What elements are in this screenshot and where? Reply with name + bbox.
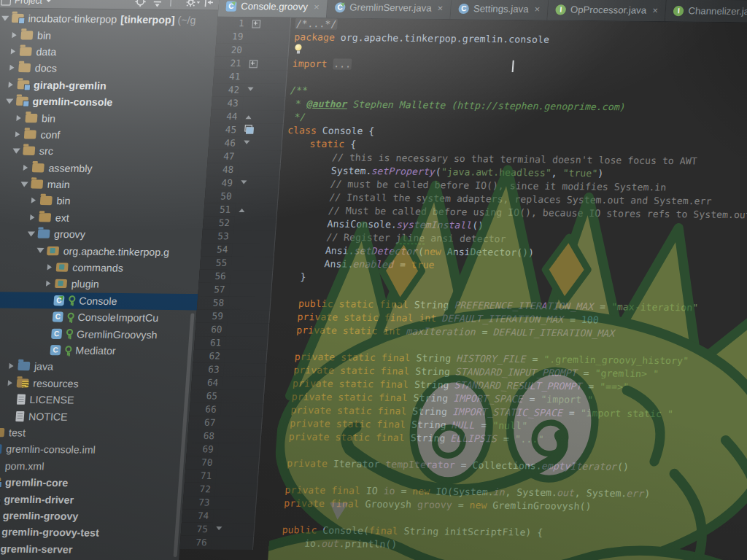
intention-bulb-icon[interactable] xyxy=(295,44,303,53)
tree-expand-arrow[interactable] xyxy=(27,214,38,220)
gutter-fold-column[interactable] xyxy=(236,176,279,190)
folder-module-icon xyxy=(12,14,24,23)
tree-item-label: assembly xyxy=(48,162,93,174)
fold-marker-icon[interactable] xyxy=(244,141,250,147)
tree-item-gremlingroovysh[interactable]: GremlinGroovysh xyxy=(0,324,196,343)
line-number: 67 xyxy=(188,416,220,429)
tree-item-gremlin-console-iml[interactable]: gremlin-console.iml xyxy=(0,440,187,459)
tree-item-gremlin-core[interactable]: gremlin-core xyxy=(0,473,185,492)
fold-marker-icon[interactable] xyxy=(247,88,254,94)
collapse-all-icon[interactable] xyxy=(151,0,163,7)
code-editor[interactable]: 1/*...*/19package org.apache.tinkerpop.g… xyxy=(179,17,747,556)
tree-item-license[interactable]: LICENSE xyxy=(0,391,191,410)
project-panel-title-button[interactable]: Project xyxy=(1,0,52,6)
tree-item-ext[interactable]: ext xyxy=(0,209,204,228)
tree-item-notice[interactable]: NOTICE xyxy=(0,407,190,426)
line-number: 44 xyxy=(210,110,242,124)
tree-expand-arrow[interactable] xyxy=(13,114,24,120)
gutter-fold-column xyxy=(231,257,274,271)
tree-expand-arrow[interactable] xyxy=(5,82,16,88)
tree-item-gremlin-driver[interactable]: gremlin-driver xyxy=(0,490,184,509)
tree-item-label: gremlin-groovy xyxy=(2,510,79,522)
tree-item-bin[interactable]: bin xyxy=(0,192,205,211)
fold-marker-icon[interactable] xyxy=(216,526,222,533)
close-tab-icon[interactable]: × xyxy=(437,3,444,14)
tree-expand-arrow[interactable] xyxy=(7,65,18,71)
gutter-fold-column[interactable] xyxy=(244,83,287,97)
fold-marker-icon[interactable] xyxy=(249,60,258,68)
tree-expand-arrow[interactable] xyxy=(11,144,22,157)
tree-expand-arrow[interactable] xyxy=(43,281,54,287)
tree-item-consoleimportcu[interactable]: ConsoleImportCu xyxy=(0,308,197,327)
hide-panel-icon[interactable] xyxy=(202,0,214,7)
tree-item-data[interactable]: data xyxy=(0,43,216,62)
tab-console-groovy[interactable]: CConsole.groovy× xyxy=(218,0,328,18)
tree-item-resources[interactable]: resources xyxy=(0,374,192,393)
tree-item-org-apache-tinkerpop-g[interactable]: org.apache.tinkerpop.g xyxy=(0,241,201,260)
tree-item-gremlin-groovy[interactable]: gremlin-groovy xyxy=(0,507,182,526)
line-number: 59 xyxy=(196,309,228,323)
gutter-fold-column[interactable] xyxy=(239,136,282,150)
gutter-fold-column[interactable] xyxy=(241,110,285,124)
tree-item-assembly[interactable]: assembly xyxy=(0,159,208,178)
package-icon xyxy=(47,246,59,255)
tree-item-giraph-gremlin[interactable]: giraph-gremlin xyxy=(0,76,214,95)
tree-item-bin[interactable]: bin xyxy=(0,109,211,128)
tree-item-gremlin-groovy-test[interactable]: gremlin-groovy-test xyxy=(0,523,182,542)
fold-marker-icon[interactable] xyxy=(245,112,252,119)
tree-item-main[interactable]: main xyxy=(0,176,206,195)
tree-item-console[interactable]: Console xyxy=(0,292,198,311)
gutter-fold-column xyxy=(218,429,261,443)
gutter-fold-column[interactable] xyxy=(235,203,278,217)
tree-item-src[interactable]: src xyxy=(0,142,209,161)
tree-expand-arrow[interactable] xyxy=(9,32,20,38)
tree-item-docs[interactable]: docs xyxy=(0,60,214,79)
tree-item-gremlin-server[interactable]: gremlin-server xyxy=(0,540,180,559)
tree-item-groovy[interactable]: groovy xyxy=(0,225,203,244)
tree-expand-arrow[interactable] xyxy=(4,95,15,107)
tree-item-commands[interactable]: commands xyxy=(0,258,201,277)
tree-expand-arrow[interactable] xyxy=(26,228,36,240)
tree-expand-arrow[interactable] xyxy=(35,244,46,257)
fold-marker-icon[interactable] xyxy=(252,20,260,28)
tab-settings-java[interactable]: CSettings.java× xyxy=(451,0,549,20)
toolbar-divider xyxy=(169,0,181,7)
tree-item-java[interactable]: java xyxy=(0,357,193,376)
tree-expand-arrow[interactable] xyxy=(0,12,11,24)
fold-marker-icon[interactable] xyxy=(239,206,245,212)
tree-expand-arrow[interactable] xyxy=(28,198,39,203)
gutter-fold-column[interactable] xyxy=(241,123,284,137)
gutter-fold-column[interactable] xyxy=(245,57,288,71)
line-number: 60 xyxy=(195,323,227,337)
tree-item-incubator-tinkerpop[interactable]: incubator-tinkerpop[tinkerpop](~/g xyxy=(0,9,218,28)
tree-expand-arrow[interactable] xyxy=(12,131,23,137)
gutter-fold-column[interactable] xyxy=(248,17,291,31)
tree-expand-arrow[interactable] xyxy=(8,48,19,54)
tree-item-pom-xml[interactable]: pom.xml xyxy=(0,457,186,476)
tree-item-test[interactable]: test xyxy=(0,424,188,443)
tree-expand-arrow[interactable] xyxy=(4,380,15,386)
class-structure-icon[interactable] xyxy=(244,125,253,133)
code-text: static { xyxy=(282,137,357,151)
tree-expand-arrow[interactable] xyxy=(20,165,31,171)
tree-item-gremlin-console[interactable]: gremlin-console xyxy=(0,93,212,112)
tree-expand-arrow[interactable] xyxy=(44,264,55,270)
close-tab-icon[interactable]: × xyxy=(314,1,320,12)
tree-expand-arrow[interactable] xyxy=(6,363,17,369)
tree-item-plugin[interactable]: plugin xyxy=(0,275,199,294)
tree-expand-arrow[interactable] xyxy=(19,178,30,190)
tab-opprocessor-java[interactable]: IOpProcessor.java× xyxy=(547,0,667,21)
tree-item-label: commands xyxy=(72,262,124,274)
tab-gremlinserver-java[interactable]: CGremlinServer.java× xyxy=(327,0,452,19)
gutter-fold-column[interactable] xyxy=(212,523,255,537)
close-tab-icon[interactable]: × xyxy=(534,4,541,15)
tree-item-conf[interactable]: conf xyxy=(0,125,210,144)
close-tab-icon[interactable]: × xyxy=(652,5,659,16)
tree-item-mediator[interactable]: Mediator xyxy=(0,341,195,360)
fold-marker-icon[interactable] xyxy=(241,180,247,187)
gutter-fold-column xyxy=(213,510,256,524)
locate-icon[interactable] xyxy=(134,0,147,7)
tree-item-bin[interactable]: bin xyxy=(0,26,217,45)
tab-channelizer-java[interactable]: IChannelizer.java xyxy=(665,0,747,23)
settings-gear-icon[interactable] xyxy=(185,0,198,7)
